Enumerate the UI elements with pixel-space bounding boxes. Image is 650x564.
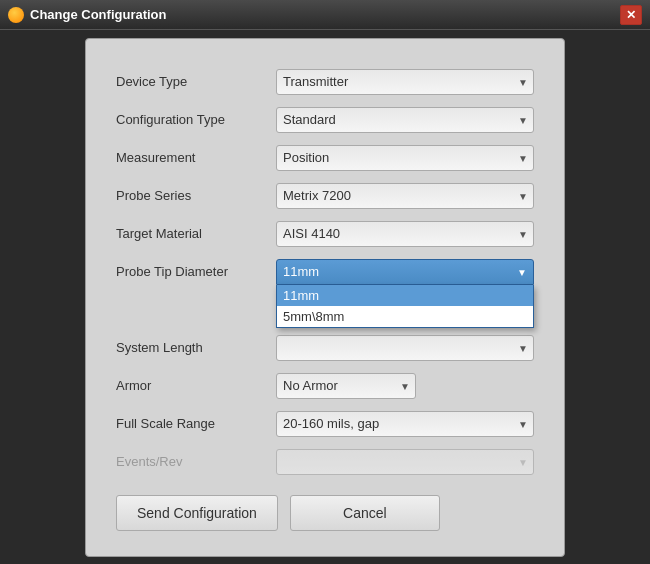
probe-series-select-wrapper[interactable]: Metrix 7200 Metrix 7500 ▼	[276, 183, 534, 209]
target-material-select-wrapper[interactable]: AISI 4140 AISI 4340 ▼	[276, 221, 534, 247]
device-type-select[interactable]: Transmitter Receiver	[276, 69, 534, 95]
system-length-select[interactable]	[276, 335, 534, 361]
probe-series-select[interactable]: Metrix 7200 Metrix 7500	[276, 183, 534, 209]
probe-tip-row: Probe Tip Diameter 11mm ▼ 11mm 5mm\8mm	[116, 259, 534, 285]
target-material-row: Target Material AISI 4140 AISI 4340 ▼	[116, 221, 534, 247]
system-length-row: System Length ▼	[116, 335, 534, 361]
title-bar-title: Change Configuration	[30, 7, 620, 22]
config-type-row: Configuration Type Standard Custom ▼	[116, 107, 534, 133]
probe-tip-selected-value: 11mm	[283, 264, 319, 279]
config-type-label: Configuration Type	[116, 112, 276, 127]
dialog: Device Type Transmitter Receiver ▼ Confi…	[85, 38, 565, 557]
events-rev-row: Events/Rev ▼	[116, 449, 534, 475]
armor-select[interactable]: No Armor Armored	[276, 373, 416, 399]
measurement-select-wrapper[interactable]: Position Velocity Acceleration ▼	[276, 145, 534, 171]
config-type-select-wrapper[interactable]: Standard Custom ▼	[276, 107, 534, 133]
device-type-select-wrapper[interactable]: Transmitter Receiver ▼	[276, 69, 534, 95]
full-scale-range-row: Full Scale Range 20-160 mils, gap 40-320…	[116, 411, 534, 437]
events-rev-select-wrapper[interactable]: ▼	[276, 449, 534, 475]
armor-row: Armor No Armor Armored ▼	[116, 373, 534, 399]
probe-tip-selected-display[interactable]: 11mm ▼	[276, 259, 534, 285]
send-configuration-button[interactable]: Send Configuration	[116, 495, 278, 531]
full-scale-range-select-wrapper[interactable]: 20-160 mils, gap 40-320 mils, gap ▼	[276, 411, 534, 437]
probe-tip-arrow-icon: ▼	[517, 266, 527, 277]
probe-tip-option-11mm[interactable]: 11mm	[277, 285, 533, 306]
target-material-label: Target Material	[116, 226, 276, 241]
measurement-row: Measurement Position Velocity Accelerati…	[116, 145, 534, 171]
full-scale-range-select[interactable]: 20-160 mils, gap 40-320 mils, gap	[276, 411, 534, 437]
probe-tip-dropdown: 11mm 5mm\8mm	[276, 285, 534, 328]
cancel-button[interactable]: Cancel	[290, 495, 440, 531]
device-type-label: Device Type	[116, 74, 276, 89]
target-material-select[interactable]: AISI 4140 AISI 4340	[276, 221, 534, 247]
title-bar: Change Configuration ✕	[0, 0, 650, 30]
close-button[interactable]: ✕	[620, 5, 642, 25]
events-rev-label: Events/Rev	[116, 454, 276, 469]
system-length-label: System Length	[116, 340, 276, 355]
measurement-label: Measurement	[116, 150, 276, 165]
probe-tip-label: Probe Tip Diameter	[116, 264, 276, 279]
button-row: Send Configuration Cancel	[116, 495, 534, 531]
armor-label: Armor	[116, 378, 276, 393]
probe-series-label: Probe Series	[116, 188, 276, 203]
measurement-select[interactable]: Position Velocity Acceleration	[276, 145, 534, 171]
config-type-select[interactable]: Standard Custom	[276, 107, 534, 133]
armor-select-wrapper[interactable]: No Armor Armored ▼	[276, 373, 416, 399]
system-length-select-wrapper[interactable]: ▼	[276, 335, 534, 361]
probe-tip-option-5mm8mm[interactable]: 5mm\8mm	[277, 306, 533, 327]
probe-tip-wrapper[interactable]: 11mm ▼ 11mm 5mm\8mm	[276, 259, 534, 285]
outer-container: Device Type Transmitter Receiver ▼ Confi…	[0, 30, 650, 564]
title-bar-icon	[8, 7, 24, 23]
probe-series-row: Probe Series Metrix 7200 Metrix 7500 ▼	[116, 183, 534, 209]
events-rev-select[interactable]	[276, 449, 534, 475]
device-type-row: Device Type Transmitter Receiver ▼	[116, 69, 534, 95]
full-scale-range-label: Full Scale Range	[116, 416, 276, 431]
